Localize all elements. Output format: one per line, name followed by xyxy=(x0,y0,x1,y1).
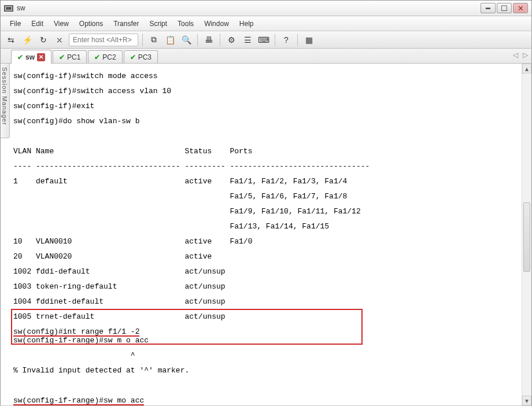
terminal-line: Fa1/13, Fa1/14, Fa1/15 xyxy=(13,222,329,231)
script-icon[interactable]: ▦ xyxy=(302,33,316,47)
minimize-button[interactable]: ━ xyxy=(481,3,496,13)
menu-script[interactable]: Script xyxy=(145,17,172,30)
menu-edit[interactable]: Edit xyxy=(27,17,48,30)
tab-label: PC3 xyxy=(138,53,152,61)
terminal-line: Fa1/5, Fa1/6, Fa1/7, Fa1/8 xyxy=(13,192,347,201)
terminal-line: sw(config-if-range)#sw mo acc xyxy=(13,397,144,405)
tab-label: PC2 xyxy=(102,53,116,61)
scrollbar[interactable]: ▴ ▾ xyxy=(522,64,531,405)
terminal-line: sw(config)#do show vlan-sw b xyxy=(13,117,139,126)
help-icon[interactable]: ? xyxy=(279,33,293,47)
terminal[interactable]: sw(config-if)#switch mode access sw(conf… xyxy=(1,64,522,405)
terminal-line: VLAN Name Status Ports xyxy=(13,147,252,156)
tab-label: sw xyxy=(25,53,35,61)
menu-options[interactable]: Options xyxy=(75,17,108,30)
terminal-line: 1 default active Fa1/1, Fa1/2, Fa1/3, Fa… xyxy=(13,177,347,186)
tab-nav-right-icon[interactable]: ▷ xyxy=(523,51,528,59)
terminal-line: Fa1/9, Fa1/10, Fa1/11, Fa1/12 xyxy=(13,207,361,216)
copy-icon[interactable]: ⧉ xyxy=(147,33,161,47)
terminal-line: 1003 token-ring-default act/unsup xyxy=(13,282,226,291)
tab-pc3[interactable]: ✔ PC3 xyxy=(124,50,158,63)
window-title: sw xyxy=(17,4,481,12)
reconnect-icon[interactable]: ↻ xyxy=(36,33,50,47)
session-options-icon[interactable]: ☰ xyxy=(241,33,254,47)
quick-connect-icon[interactable]: ⚡ xyxy=(20,33,34,47)
title-bar: sw ━ ☐ ✕ xyxy=(0,0,532,16)
terminal-line: sw(config-if)#switch access vlan 10 xyxy=(13,87,171,95)
find-icon[interactable]: 🔍 xyxy=(179,33,193,47)
terminal-area: sw(config-if)#switch mode access sw(conf… xyxy=(0,64,532,406)
menu-bar: File Edit View Options Transfer Script T… xyxy=(0,16,532,31)
terminal-line: sw(config-if)#exit xyxy=(13,102,94,110)
terminal-line: sw(config-if)#switch mode access xyxy=(13,72,158,80)
toolbar: ⇆ ⚡ ↻ ⤫ ⧉ 📋 🔍 🖶 ⚙ ☰ ⌨ ? ▦ xyxy=(0,31,532,49)
scroll-thumb[interactable] xyxy=(523,202,530,272)
session-manager-tab[interactable]: Session Manager xyxy=(1,63,10,138)
terminal-line: ^ xyxy=(13,351,135,360)
tab-strip: ✔ sw ✕ ✔ PC1 ✔ PC2 ✔ PC3 ◁ ▷ xyxy=(0,49,532,64)
toolbar-separator xyxy=(142,34,143,46)
terminal-line: ---- -------------------------------- --… xyxy=(13,162,370,171)
terminal-line: 10 VLAN0010 active Fa1/0 xyxy=(13,237,252,246)
tab-nav-left-icon[interactable]: ◁ xyxy=(513,51,518,59)
menu-file[interactable]: File xyxy=(5,17,25,30)
options-icon[interactable]: ⚙ xyxy=(224,33,238,47)
maximize-button[interactable]: ☐ xyxy=(497,3,512,13)
toolbar-separator xyxy=(197,34,198,46)
scroll-up-icon[interactable]: ▴ xyxy=(522,64,531,73)
tab-sw[interactable]: ✔ sw ✕ xyxy=(11,50,51,64)
connect-icon[interactable]: ⇆ xyxy=(4,33,18,47)
scroll-track[interactable] xyxy=(522,73,531,396)
disconnect-icon[interactable]: ⤫ xyxy=(53,33,66,47)
paste-icon[interactable]: 📋 xyxy=(163,33,177,47)
print-icon[interactable]: 🖶 xyxy=(202,33,216,47)
terminal-line: sw(config-if-range)#sw m o acc xyxy=(13,336,149,345)
app-icon xyxy=(4,5,13,12)
keyboard-icon[interactable]: ⌨ xyxy=(257,33,271,47)
terminal-line: 1002 fddi-default act/unsup xyxy=(13,267,226,276)
terminal-line: sw(config)#int range f1/1 -2 xyxy=(13,328,139,337)
check-icon: ✔ xyxy=(130,53,136,61)
menu-window[interactable]: Window xyxy=(200,17,234,30)
terminal-line: 20 VLAN0020 active xyxy=(13,252,212,261)
check-icon: ✔ xyxy=(94,53,100,61)
tab-label: PC1 xyxy=(67,53,80,61)
host-input[interactable] xyxy=(69,34,138,46)
tab-close-icon[interactable]: ✕ xyxy=(37,53,45,61)
menu-view[interactable]: View xyxy=(49,17,73,30)
menu-tools[interactable]: Tools xyxy=(173,17,198,30)
session-manager-label: Session Manager xyxy=(1,64,9,129)
terminal-line: 1004 fddinet-default act/unsup xyxy=(13,297,226,306)
terminal-line: % Invalid input detected at '^' marker. xyxy=(13,366,189,375)
check-icon: ✔ xyxy=(59,53,65,61)
scroll-down-icon[interactable]: ▾ xyxy=(522,396,531,405)
toolbar-separator xyxy=(297,34,298,46)
menu-transfer[interactable]: Transfer xyxy=(109,17,143,30)
check-icon: ✔ xyxy=(17,53,23,61)
tab-pc2[interactable]: ✔ PC2 xyxy=(88,50,122,63)
tab-nav-arrows: ◁ ▷ xyxy=(513,51,528,59)
terminal-line: 1005 trnet-default act/unsup xyxy=(13,312,226,321)
toolbar-separator xyxy=(275,34,275,46)
menu-help[interactable]: Help xyxy=(235,17,258,30)
close-button[interactable]: ✕ xyxy=(513,3,528,13)
tab-pc1[interactable]: ✔ PC1 xyxy=(53,50,87,63)
toolbar-separator xyxy=(220,34,220,46)
